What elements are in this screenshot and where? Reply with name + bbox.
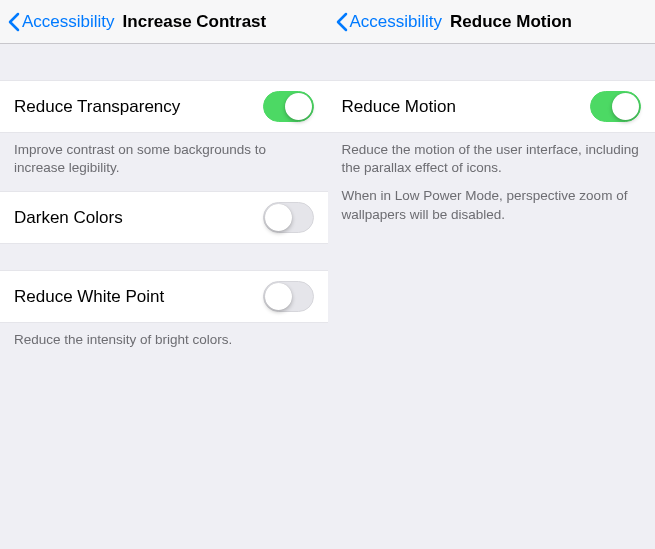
label-reduce-white-point: Reduce White Point [14,287,164,307]
footer-reduce-motion: Reduce the motion of the user interface,… [328,133,656,238]
navbar-left: Accessibility Increase Contrast [0,0,328,44]
chevron-left-icon [8,12,20,32]
row-reduce-white-point: Reduce White Point [0,270,328,323]
toggle-darken-colors[interactable] [263,202,314,233]
label-reduce-transparency: Reduce Transparency [14,97,180,117]
back-label-left: Accessibility [22,12,115,32]
label-reduce-motion: Reduce Motion [342,97,456,117]
row-darken-colors: Darken Colors [0,191,328,244]
page-title-right: Reduce Motion [450,12,572,32]
back-label-right: Accessibility [350,12,443,32]
row-reduce-transparency: Reduce Transparency [0,80,328,133]
toggle-reduce-transparency[interactable] [263,91,314,122]
footer-reduce-white-point: Reduce the intensity of bright colors. [0,323,328,363]
row-reduce-motion: Reduce Motion [328,80,656,133]
pane-reduce-motion: Accessibility Reduce Motion Reduce Motio… [328,0,656,549]
footer-reduce-transparency: Improve contrast on some backgrounds to … [0,133,328,191]
toggle-reduce-motion[interactable] [590,91,641,122]
label-darken-colors: Darken Colors [14,208,123,228]
back-button-left[interactable]: Accessibility [8,12,115,32]
chevron-left-icon [336,12,348,32]
page-title-left: Increase Contrast [123,12,267,32]
pane-increase-contrast: Accessibility Increase Contrast Reduce T… [0,0,328,549]
back-button-right[interactable]: Accessibility [336,12,443,32]
toggle-reduce-white-point[interactable] [263,281,314,312]
navbar-right: Accessibility Reduce Motion [328,0,656,44]
